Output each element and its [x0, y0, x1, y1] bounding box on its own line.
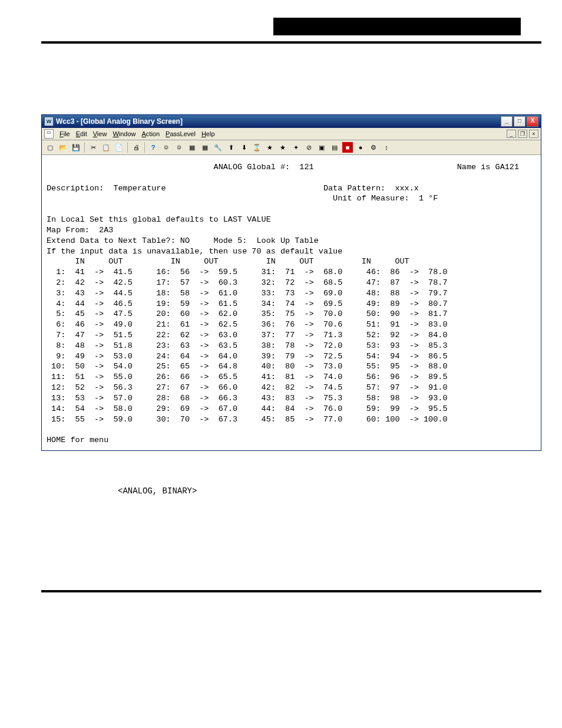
tool-icon[interactable]: ⌛: [251, 141, 263, 153]
stop-icon[interactable]: ■: [342, 141, 353, 153]
close-button[interactable]: X: [527, 116, 538, 127]
bottom-rule: [41, 590, 541, 592]
copy-icon[interactable]: 📋: [100, 141, 112, 153]
app-icon: W: [44, 117, 54, 126]
toolbar: ▢ 📂 💾 ✂ 📋 📄 🖨 ? ⛭ ⛭ ▦ ▦ 🔧 ⬆ ⬇ ⌛ ★ ★ ✦ ⊘ …: [42, 140, 541, 155]
save-icon[interactable]: 💾: [70, 141, 82, 153]
tool-icon[interactable]: ★: [277, 141, 289, 153]
help-icon[interactable]: ?: [147, 141, 159, 153]
header-black-bar: [273, 18, 521, 35]
menu-file[interactable]: File: [59, 130, 70, 137]
print-icon[interactable]: 🖨: [130, 141, 142, 153]
mdi-minimize-button[interactable]: _: [507, 130, 516, 138]
terminal-area[interactable]: ANALOG Global #: 121 Name is GA121 Descr…: [42, 155, 541, 450]
mdi-restore-button[interactable]: ❐: [518, 130, 527, 138]
tool-icon[interactable]: ⛭: [173, 141, 185, 153]
doc-icon[interactable]: ▭: [44, 129, 54, 139]
record-icon[interactable]: ●: [355, 141, 366, 153]
paste-icon[interactable]: 📄: [113, 141, 125, 153]
toolbar-separator: [127, 142, 128, 153]
new-icon[interactable]: ▢: [44, 141, 56, 153]
tool-icon[interactable]: ⊘: [303, 141, 315, 153]
menu-passlevel[interactable]: PassLevel: [166, 130, 196, 137]
tool-icon[interactable]: ★: [264, 141, 276, 153]
minimize-button[interactable]: _: [501, 116, 513, 127]
tool-icon[interactable]: ▣: [316, 141, 328, 153]
tool-icon[interactable]: ▤: [329, 141, 340, 153]
tool-icon[interactable]: ⛭: [160, 141, 172, 153]
menu-action[interactable]: Action: [142, 130, 160, 137]
tool-icon[interactable]: 🔧: [212, 141, 224, 153]
tool-icon[interactable]: ▦: [199, 141, 211, 153]
tool-icon[interactable]: ▦: [186, 141, 198, 153]
maximize-button[interactable]: □: [514, 116, 525, 127]
figure-caption: <ANALOG, BINARY>: [118, 486, 541, 496]
window-title: Wcc3 - [Global Analog Binary Screen]: [56, 117, 183, 126]
menu-edit[interactable]: Edit: [76, 130, 87, 137]
menu-bar: ▭ File Edit View Window Action PassLevel…: [42, 128, 541, 140]
mdi-close-button[interactable]: ×: [529, 130, 538, 138]
open-icon[interactable]: 📂: [57, 141, 69, 153]
title-bar[interactable]: W Wcc3 - [Global Analog Binary Screen] _…: [42, 115, 541, 128]
tool-icon[interactable]: ↕: [381, 141, 392, 153]
top-rule: [41, 41, 541, 44]
menu-help[interactable]: Help: [201, 130, 215, 137]
toolbar-separator: [84, 142, 85, 153]
menu-view[interactable]: View: [93, 130, 107, 137]
app-window: W Wcc3 - [Global Analog Binary Screen] _…: [41, 114, 541, 451]
tool-icon[interactable]: ⬇: [238, 141, 250, 153]
tool-icon[interactable]: ✦: [290, 141, 302, 153]
toolbar-separator: [144, 142, 145, 153]
tool-icon[interactable]: ⚙: [368, 141, 379, 153]
tool-icon[interactable]: ⬆: [225, 141, 237, 153]
menu-window[interactable]: Window: [113, 130, 135, 137]
cut-icon[interactable]: ✂: [87, 141, 99, 153]
